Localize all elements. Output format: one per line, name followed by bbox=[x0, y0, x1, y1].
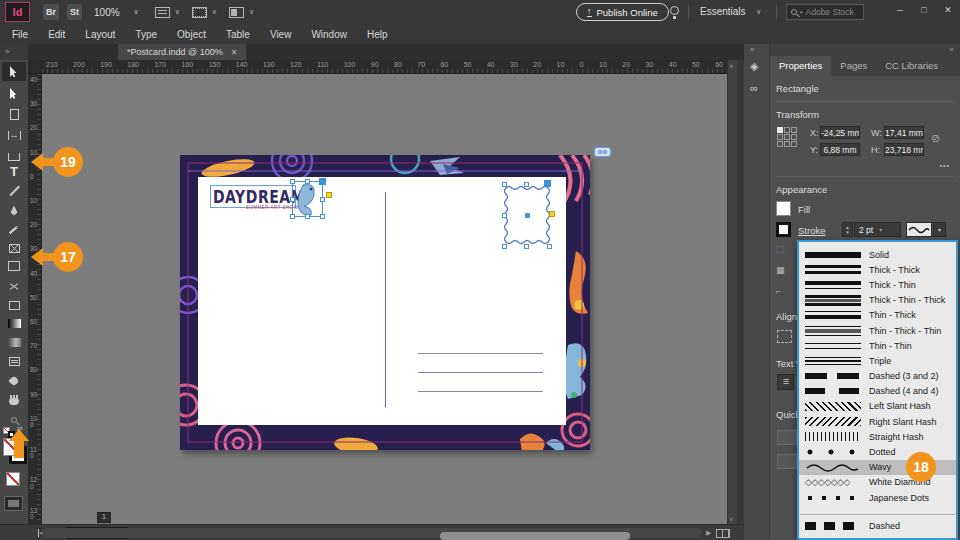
stroke-option-dashed-4-4[interactable]: Dashed (4 and 4) bbox=[799, 384, 956, 399]
stroke-option-japanese-dots[interactable]: Japanese Dots bbox=[799, 490, 956, 505]
stroke-option-right-slant-hash[interactable]: Right Slant Hash bbox=[799, 414, 956, 429]
stroke-weight-stepper[interactable]: ▴ ▾ bbox=[842, 222, 853, 237]
fill-none-swatch[interactable] bbox=[776, 201, 791, 216]
selection-handle[interactable] bbox=[502, 213, 507, 218]
vertical-scrollbar[interactable]: ∧ ∨ bbox=[727, 60, 737, 524]
x-value-field[interactable]: -24,25 mm bbox=[820, 126, 860, 139]
swatch-options-icon[interactable]: ▦ bbox=[776, 265, 785, 275]
stroke-option-dashed-3-2[interactable]: Dashed (3 and 2) bbox=[799, 369, 956, 384]
arrange-documents-chevron-icon[interactable]: ∨ bbox=[249, 8, 254, 16]
selection-handle[interactable] bbox=[320, 214, 325, 219]
selection-handle[interactable] bbox=[524, 244, 529, 249]
expand-panels-icon[interactable]: » bbox=[950, 45, 954, 54]
publish-online-button[interactable]: ↑ Publish Online bbox=[576, 3, 669, 21]
text-wrap-icon[interactable]: ☰ bbox=[777, 374, 794, 390]
document-canvas[interactable]: DAYDREAM SUMMER ART SHOW bbox=[42, 74, 727, 524]
gradient-feather-tool[interactable] bbox=[2, 333, 26, 352]
stepper-down-icon[interactable]: ▾ bbox=[846, 230, 849, 235]
collapse-panels-icon[interactable]: « bbox=[750, 45, 754, 54]
illustration-selection-frame[interactable] bbox=[292, 181, 323, 217]
view-options-chevron-icon[interactable]: ∨ bbox=[175, 8, 180, 16]
constrain-proportions-icon[interactable]: ⊘ bbox=[931, 132, 940, 145]
center-point-handle[interactable] bbox=[525, 213, 530, 218]
selection-handle-active[interactable] bbox=[544, 180, 551, 187]
quick-action-button[interactable] bbox=[777, 430, 797, 445]
page-marker[interactable]: 1 bbox=[97, 512, 111, 523]
selection-handle[interactable] bbox=[305, 214, 310, 219]
menu-item[interactable]: View bbox=[260, 29, 302, 40]
selection-options-icon[interactable]: ⬚ bbox=[776, 244, 785, 254]
free-transform-tool[interactable] bbox=[2, 296, 26, 315]
zoom-level-chevron-icon[interactable]: ∨ bbox=[134, 8, 139, 16]
selection-handle-active[interactable] bbox=[319, 178, 326, 185]
selection-handle[interactable] bbox=[290, 197, 295, 202]
linked-content-badge[interactable] bbox=[594, 147, 611, 157]
links-panel-icon[interactable]: ∞ bbox=[750, 82, 758, 94]
close-button[interactable]: ✕ bbox=[936, 0, 960, 20]
screen-mode-button[interactable] bbox=[4, 496, 23, 511]
scroll-up-icon[interactable]: ∧ bbox=[729, 62, 733, 69]
adobe-stock-search-input[interactable]: ▾ Adobe Stock bbox=[786, 4, 864, 20]
tab-pages[interactable]: Pages bbox=[831, 56, 876, 76]
stroke-option-left-slant-hash[interactable]: Left Slant Hash bbox=[799, 399, 956, 414]
align-icon[interactable] bbox=[777, 330, 792, 343]
scissors-tool[interactable] bbox=[2, 277, 26, 296]
stroke-option-thin-thick-thin[interactable]: Thin - Thick - Thin bbox=[799, 323, 956, 338]
screen-mode-chevron-icon[interactable]: ∨ bbox=[212, 8, 217, 16]
selection-handle[interactable] bbox=[547, 244, 552, 249]
arrange-documents-icon[interactable] bbox=[229, 7, 244, 18]
view-options-icon[interactable] bbox=[155, 7, 170, 18]
stroke-option-solid[interactable]: Solid bbox=[799, 247, 956, 262]
w-value-field[interactable]: 17,41 mm bbox=[884, 126, 924, 139]
hand-tool[interactable] bbox=[2, 390, 26, 409]
stamp-frame[interactable] bbox=[504, 184, 550, 247]
stroke-option-thick-thin[interactable]: Thick - Thin bbox=[799, 277, 956, 292]
stroke-option-thick-thick[interactable]: Thick - Thick bbox=[799, 262, 956, 277]
selection-handle[interactable] bbox=[502, 244, 507, 249]
panel-expand-stub[interactable]: » bbox=[0, 44, 28, 60]
tab-cc-libraries[interactable]: CC Libraries bbox=[876, 56, 947, 76]
selection-tool[interactable] bbox=[2, 62, 26, 81]
stroke-option-thick-thin-thick[interactable]: Thick - Thin - Thick bbox=[799, 293, 956, 308]
menu-item[interactable]: Layout bbox=[75, 29, 125, 40]
weight-dropdown-icon[interactable]: ▾ bbox=[879, 226, 882, 233]
ruler-origin-corner[interactable] bbox=[28, 60, 42, 74]
stroke-option-thin-thick[interactable]: Thin - Thick bbox=[799, 308, 956, 323]
note-tool[interactable] bbox=[2, 352, 26, 371]
menu-item[interactable]: Help bbox=[357, 29, 398, 40]
scroll-down-icon[interactable]: ∨ bbox=[729, 515, 733, 522]
stroke-weight-field[interactable]: 2 pt ▾ bbox=[854, 222, 901, 237]
eyedropper-tool[interactable] bbox=[2, 371, 26, 390]
minimize-button[interactable]: ─ bbox=[888, 0, 912, 20]
pencil-tool[interactable] bbox=[2, 220, 26, 239]
menu-item[interactable]: Edit bbox=[38, 29, 75, 40]
stroke-option-dashed-custom[interactable]: Dashed bbox=[799, 518, 956, 533]
horizontal-scroll-thumb[interactable] bbox=[440, 532, 630, 540]
stroke-option-triple[interactable]: Triple bbox=[799, 353, 956, 368]
menu-item[interactable]: File bbox=[2, 29, 38, 40]
stroke-option-thin-thin[interactable]: Thin - Thin bbox=[799, 338, 956, 353]
learn-lightbulb-icon[interactable] bbox=[670, 6, 679, 15]
menu-item[interactable]: Table bbox=[216, 29, 260, 40]
workspace-switcher[interactable]: Essentials bbox=[700, 6, 746, 17]
live-corner-handle[interactable] bbox=[326, 192, 332, 198]
page-tool[interactable] bbox=[2, 105, 26, 124]
spread-view-icon[interactable] bbox=[716, 529, 730, 538]
type-tool[interactable]: T bbox=[2, 160, 26, 182]
stroke-option-white-diamond[interactable]: ◇◇◇◇◇◇◇White Diamond bbox=[799, 475, 956, 490]
h-value-field[interactable]: 23,718 mm bbox=[884, 143, 924, 156]
selection-handle[interactable] bbox=[290, 179, 295, 184]
scroll-right-icon[interactable]: ▶ bbox=[706, 529, 711, 537]
more-options-icon[interactable]: ••• bbox=[940, 162, 950, 169]
menu-item[interactable]: Object bbox=[167, 29, 216, 40]
maximize-button[interactable]: □ bbox=[912, 0, 936, 20]
direct-selection-tool[interactable] bbox=[2, 84, 26, 103]
pen-tool[interactable] bbox=[2, 201, 26, 220]
selection-handle[interactable] bbox=[290, 214, 295, 219]
zoom-level-value[interactable]: 100% bbox=[94, 7, 120, 18]
document-tab[interactable]: *Postcard.indd @ 100% ✕ bbox=[118, 44, 246, 60]
tab-properties[interactable]: Properties bbox=[770, 56, 831, 76]
screen-mode-icon[interactable] bbox=[192, 7, 207, 18]
quick-action-button[interactable] bbox=[777, 454, 797, 469]
stock-button[interactable]: St bbox=[67, 4, 82, 20]
